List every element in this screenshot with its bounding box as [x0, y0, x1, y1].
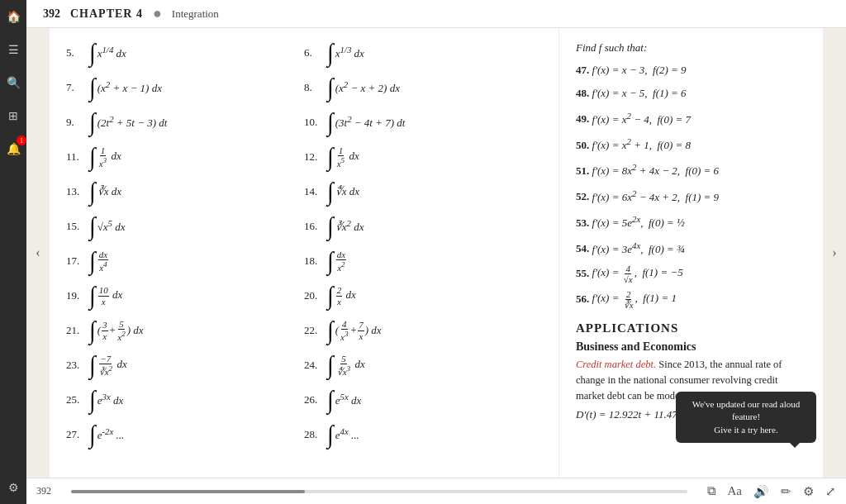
home-icon[interactable]: 🏠	[3, 7, 23, 26]
content-row: ‹ 5. ∫ x1/4 dx 7. ∫ (x2 + x − 1) dx	[26, 28, 846, 478]
problem-21: 21. ∫ ( 3x + 5x2 ) dx	[66, 319, 304, 342]
problem-6: 6. ∫ x1/3 dx	[304, 41, 542, 64]
page-header: 392 CHAPTER 4 ● Integration	[26, 0, 846, 28]
right-prob-47: 47. f′(x) = x − 3, f(2) = 9	[576, 61, 806, 79]
problem-26: 26. ∫ e5x dx	[304, 388, 542, 411]
right-prob-51: 51. f′(x) = 8x2 + 4x − 2, f(0) = 6	[576, 159, 806, 180]
prev-page-button[interactable]: ‹	[26, 28, 50, 478]
right-prob-56: 56. f′(x) = 2∛x, f(1) = 1	[576, 289, 806, 310]
progress-bar	[71, 490, 687, 493]
integral-sign-13: ∫	[89, 179, 96, 205]
settings-icon[interactable]: ⚙	[803, 484, 814, 499]
read-aloud-tooltip: We've updated our read aloud feature! Gi…	[676, 392, 816, 443]
problem-24: 24. ∫ 5∜x3 dx	[304, 354, 542, 377]
problem-27-partial: 27. ∫ e-2x ...	[66, 423, 304, 446]
copy-icon[interactable]: ⧉	[707, 484, 716, 498]
find-header: Find f such that:	[576, 41, 806, 55]
integral-sign-15: ∫	[89, 214, 96, 240]
speaker-icon[interactable]: 🔊	[753, 484, 769, 499]
menu-icon[interactable]: ☰	[3, 40, 23, 59]
right-prob-50: 50. f′(x) = x2 + 1, f(0) = 8	[576, 134, 806, 155]
integral-sign-20: ∫	[327, 283, 334, 309]
problem-13: 13. ∫ ∛x dx	[66, 180, 304, 203]
progress-fill	[71, 490, 305, 493]
problem-10: 10. ∫ (3t2 − 4t + 7) dt	[304, 111, 542, 134]
integral-sign-9: ∫	[89, 110, 96, 136]
integral-sign-17: ∫	[89, 249, 96, 274]
problem-15: 15. ∫ √x5 dx	[66, 215, 304, 238]
problem-19: 19. ∫ 10x dx	[66, 284, 304, 307]
search-icon[interactable]: 🔍	[3, 73, 23, 93]
integral-sign-19: ∫	[89, 283, 96, 309]
right-prob-53: 53. f′(x) = 5e2x, f(0) = ½	[576, 212, 806, 232]
problem-25: 25. ∫ e3x dx	[66, 388, 304, 411]
expand-icon[interactable]: ⤢	[825, 484, 836, 499]
bottom-icons: ⧉ Aa 🔊 ✏ ⚙ ⤢	[707, 484, 837, 499]
integral-sign-12: ∫	[327, 145, 334, 170]
right-col: 6. ∫ x1/3 dx 8. ∫ (x2 − x + 2) dx 10. ∫ …	[304, 41, 542, 458]
integral-sign-25: ∫	[89, 388, 96, 413]
problem-16: 16. ∫ ∛x2 dx	[304, 215, 542, 238]
right-prob-52: 52. f′(x) = 6x2 − 4x + 2, f(1) = 9	[576, 185, 806, 206]
problem-7: 7. ∫ (x2 + x − 1) dx	[66, 76, 304, 99]
integral-sign-28: ∫	[327, 422, 334, 448]
next-page-button[interactable]: ›	[823, 28, 846, 478]
right-prob-55: 55. f′(x) = 4√x, f(1) = −5	[576, 264, 806, 284]
integral-sign-14: ∫	[327, 179, 334, 205]
grid-icon[interactable]: ⚙	[3, 478, 23, 497]
bottom-bar: 392 ⧉ Aa 🔊 ✏ ⚙ ⤢	[26, 478, 846, 504]
main-content: 392 CHAPTER 4 ● Integration ‹ 5. ∫ x1/4 …	[26, 0, 846, 504]
problem-20: 20. ∫ 2x dx	[304, 284, 542, 307]
integral-sign-18: ∫	[327, 249, 334, 274]
problem-17: 17. ∫ dxx4	[66, 250, 304, 273]
bottom-page-number: 392	[36, 485, 51, 497]
problem-23: 23. ∫ −7∛x2 dx	[66, 354, 304, 377]
section-title: Integration	[172, 7, 219, 21]
problem-28-partial: 28. ∫ e4x ...	[304, 423, 542, 446]
problem-18: 18. ∫ dxx2	[304, 250, 542, 273]
problems-grid: 5. ∫ x1/4 dx 7. ∫ (x2 + x − 1) dx 9. ∫ (…	[66, 41, 542, 458]
chapter-title: CHAPTER 4	[70, 7, 143, 21]
problem-22: 22. ∫ ( 4x3 + 7x ) dx	[304, 319, 542, 342]
integral-sign-10: ∫	[327, 110, 334, 136]
credit-link: Credit market debt.	[576, 359, 656, 370]
integral-sign-16: ∫	[327, 214, 334, 240]
bell-icon[interactable]: 🔔 1	[3, 139, 23, 159]
bus-econ-header: Business and Economics	[576, 340, 806, 354]
right-prob-54: 54. f′(x) = 3e4x, f(0) = ¾	[576, 237, 806, 258]
right-prob-49: 49. f′(x) = x2 − 4, f(0) = 7	[576, 107, 806, 128]
left-sidebar: 🏠 ☰ 🔍 ⊞ 🔔 1 ⚙	[0, 0, 26, 504]
integral-sign-26: ∫	[327, 388, 334, 413]
problem-14: 14. ∫ ∜x dx	[304, 180, 542, 203]
integral-sign-23: ∫	[89, 353, 96, 378]
problem-11: 11. ∫ 1x3 dx	[66, 145, 304, 169]
integral-sign-27: ∫	[89, 422, 96, 448]
applications-header: APPLICATIONS	[576, 321, 806, 335]
integral-sign-8: ∫	[327, 75, 334, 101]
problem-8: 8. ∫ (x2 − x + 2) dx	[304, 76, 542, 99]
integral-sign-24: ∫	[327, 353, 334, 378]
bookmark-icon[interactable]: ⊞	[3, 106, 23, 126]
integral-sign-22: ∫	[327, 318, 334, 344]
header-page-number: 392	[43, 7, 60, 21]
integral-sign-7: ∫	[89, 75, 96, 101]
pencil-icon[interactable]: ✏	[781, 484, 791, 499]
problem-9: 9. ∫ (2t2 + 5t − 3) dt	[66, 111, 304, 134]
left-col: 5. ∫ x1/4 dx 7. ∫ (x2 + x − 1) dx 9. ∫ (…	[66, 41, 304, 458]
integral-sign-21: ∫	[89, 318, 96, 344]
header-dot: ●	[153, 5, 162, 22]
integral-sign-5: ∫	[89, 40, 96, 66]
integral-sign-6: ∫	[327, 40, 334, 66]
right-panel: Find f such that: 47. f′(x) = x − 3, f(2…	[558, 28, 823, 478]
right-prob-48: 48. f′(x) = x − 5, f(1) = 6	[576, 84, 806, 102]
font-size-label[interactable]: Aa	[728, 484, 743, 498]
problem-5: 5. ∫ x1/4 dx	[66, 41, 304, 64]
problem-12: 12. ∫ 1x5 dx	[304, 145, 542, 169]
integral-sign-11: ∫	[89, 145, 96, 170]
notification-badge: 1	[17, 136, 26, 145]
math-problems-area: 5. ∫ x1/4 dx 7. ∫ (x2 + x − 1) dx 9. ∫ (…	[50, 28, 558, 478]
